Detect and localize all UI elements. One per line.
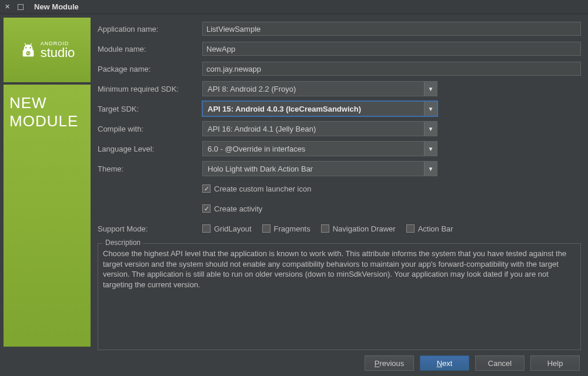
titlebar: ✕ New Module <box>0 0 588 14</box>
theme-select[interactable]: Holo Light with Dark Action Bar ▼ <box>202 161 437 176</box>
description-legend: Description <box>103 239 143 247</box>
gridlayout-checkbox[interactable] <box>202 224 211 233</box>
brand-text: ANDROID studio <box>41 41 75 59</box>
language-level-select[interactable]: 6.0 - @Override in interfaces ▼ <box>202 141 437 156</box>
chevron-down-icon: ▼ <box>424 122 437 136</box>
description-fieldset: Description Choose the highest API level… <box>98 243 581 350</box>
compile-with-label: Compile with: <box>98 125 202 133</box>
brand-logo-block: ANDROID studio <box>4 18 91 82</box>
theme-label: Theme: <box>98 164 202 173</box>
support-mode-label: Support Mode: <box>98 224 202 233</box>
chevron-down-icon: ▼ <box>424 162 437 176</box>
svg-line-4 <box>30 43 31 46</box>
fragments-checkbox[interactable] <box>262 224 270 233</box>
target-sdk-select[interactable]: API 15: Android 4.0.3 (IceCreamSandwich)… <box>202 101 437 116</box>
language-level-label: Language Level: <box>98 145 202 153</box>
svg-point-1 <box>25 47 26 48</box>
navigation-drawer-checkbox[interactable] <box>321 224 329 233</box>
svg-point-2 <box>29 47 31 48</box>
minimize-icon[interactable] <box>18 4 24 10</box>
description-text: Choose the highest API level that the ap… <box>103 249 576 290</box>
app-name-input[interactable] <box>202 22 581 36</box>
button-bar: Previous Next Cancel Help <box>0 350 588 376</box>
app-name-label: Application name: <box>98 25 202 33</box>
cancel-button[interactable]: Cancel <box>475 355 524 371</box>
create-launcher-icon-checkbox[interactable] <box>202 184 211 193</box>
action-bar-checkbox[interactable] <box>406 224 415 233</box>
chevron-down-icon: ▼ <box>424 102 437 116</box>
create-activity-label: Create activity <box>214 204 262 213</box>
window-title: New Module <box>34 2 79 11</box>
module-name-input[interactable] <box>202 42 581 56</box>
min-sdk-select[interactable]: API 8: Android 2.2 (Froyo) ▼ <box>202 81 437 96</box>
wizard-sidebar: ANDROID studio NEW MODULE <box>4 18 91 347</box>
help-button[interactable]: Help <box>530 355 580 371</box>
package-name-input[interactable] <box>202 62 581 76</box>
min-sdk-label: Minimum required SDK: <box>98 85 202 93</box>
wizard-title: NEW MODULE <box>4 85 91 347</box>
module-name-label: Module name: <box>98 45 202 53</box>
previous-button[interactable]: Previous <box>365 355 414 371</box>
content: ANDROID studio NEW MODULE Application na… <box>0 14 588 350</box>
compile-with-select[interactable]: API 16: Android 4.1 (Jelly Bean) ▼ <box>202 121 437 136</box>
svg-line-3 <box>25 43 26 46</box>
package-name-label: Package name: <box>98 65 202 73</box>
create-activity-checkbox[interactable] <box>202 204 211 213</box>
create-launcher-icon-label: Create custom launcher icon <box>214 184 311 193</box>
chevron-down-icon: ▼ <box>424 142 437 156</box>
android-icon <box>19 41 37 59</box>
target-sdk-label: Target SDK: <box>98 105 202 113</box>
form-panel: Application name: Module name: Package n… <box>92 14 588 350</box>
chevron-down-icon: ▼ <box>424 82 437 96</box>
close-icon[interactable]: ✕ <box>4 4 11 11</box>
next-button[interactable]: Next <box>420 355 469 371</box>
